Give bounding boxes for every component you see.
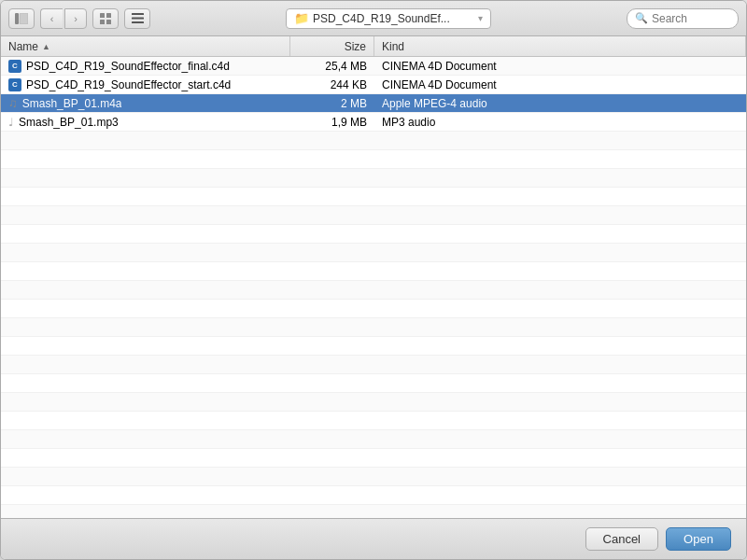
svg-rect-5 (106, 20, 111, 24)
empty-row (1, 430, 746, 449)
file-kind-cell: CINEMA 4D Document (374, 78, 746, 91)
empty-name-cell (1, 321, 290, 334)
empty-row (1, 150, 746, 169)
c4d-file-icon: C (8, 60, 21, 73)
empty-row (1, 188, 746, 206)
sidebar-toggle-button[interactable] (8, 8, 35, 29)
empty-name-cell (1, 340, 290, 353)
svg-rect-6 (132, 13, 144, 15)
svg-rect-1 (20, 13, 28, 24)
cancel-button[interactable]: Cancel (585, 527, 658, 551)
empty-name-cell (1, 134, 290, 147)
search-input[interactable] (652, 12, 726, 25)
back-button[interactable]: ‹ (40, 8, 63, 29)
column-kind-header[interactable]: Kind (374, 36, 746, 56)
file-name: Smash_BP_01.mp3 (19, 116, 119, 129)
path-text: PSD_C4D_R19_SoundEf... (313, 12, 474, 25)
file-kind-cell: Apple MPEG-4 audio (374, 97, 746, 110)
empty-name-cell (1, 190, 290, 203)
empty-row (1, 374, 746, 393)
empty-row (1, 262, 746, 281)
empty-row (1, 169, 746, 188)
svg-rect-7 (132, 18, 144, 20)
empty-name-cell (1, 284, 290, 297)
empty-row (1, 300, 746, 318)
nav-buttons: ‹ › (40, 8, 87, 29)
file-size-cell: 25,4 MB (290, 60, 374, 73)
empty-name-cell (1, 452, 290, 465)
file-size-cell: 244 KB (290, 78, 374, 91)
empty-row (1, 486, 746, 505)
empty-row (1, 505, 746, 518)
bottom-bar: Cancel Open (1, 518, 746, 559)
empty-name-cell (1, 470, 290, 483)
column-headers: Name ▲ Size Kind (1, 36, 746, 57)
file-size-cell: 2 MB (290, 97, 374, 110)
empty-name-cell (1, 209, 290, 222)
file-name-cell: C PSD_C4D_R19_SoundEffector_final.c4d (1, 60, 290, 73)
empty-row (1, 356, 746, 374)
column-name-header[interactable]: Name ▲ (1, 36, 290, 56)
empty-name-cell (1, 396, 290, 409)
empty-row (1, 132, 746, 150)
empty-row (1, 206, 746, 225)
svg-rect-2 (100, 13, 105, 18)
empty-row (1, 393, 746, 412)
svg-rect-4 (100, 20, 105, 24)
table-row[interactable]: C PSD_C4D_R19_SoundEffector_start.c4d 24… (1, 76, 746, 94)
empty-name-cell (1, 172, 290, 185)
empty-name-cell (1, 228, 290, 241)
file-list: C PSD_C4D_R19_SoundEffector_final.c4d 25… (1, 57, 746, 518)
folder-icon: 📁 (294, 11, 309, 25)
file-name-cell: ♩ Smash_BP_01.mp3 (1, 116, 290, 129)
empty-row (1, 449, 746, 468)
empty-row (1, 337, 746, 356)
view-list-button[interactable] (124, 8, 150, 29)
audio-file-icon: ♫ (8, 96, 18, 110)
file-kind-cell: MP3 audio (374, 116, 746, 129)
path-bar[interactable]: 📁 PSD_C4D_R19_SoundEf... ▾ (286, 8, 491, 29)
sort-arrow-icon: ▲ (42, 42, 50, 51)
file-name-cell: ♫ Smash_BP_01.m4a (1, 96, 290, 110)
search-icon: 🔍 (635, 12, 648, 24)
forward-button[interactable]: › (64, 8, 87, 29)
empty-name-cell (1, 377, 290, 390)
empty-name-cell (1, 358, 290, 371)
empty-name-cell (1, 489, 290, 502)
empty-row (1, 244, 746, 262)
empty-name-cell (1, 246, 290, 259)
table-row[interactable]: ♫ Smash_BP_01.m4a 2 MB Apple MPEG-4 audi… (1, 94, 746, 113)
file-name: Smash_BP_01.m4a (22, 97, 122, 110)
empty-row (1, 225, 746, 244)
empty-name-cell (1, 414, 290, 427)
file-name-cell: C PSD_C4D_R19_SoundEffector_start.c4d (1, 78, 290, 91)
file-size-cell: 1,9 MB (290, 116, 374, 129)
svg-rect-8 (132, 21, 144, 23)
svg-rect-0 (15, 13, 19, 24)
empty-name-cell (1, 265, 290, 278)
c4d-file-icon: C (8, 78, 21, 91)
view-grid-button[interactable] (92, 8, 119, 29)
finder-open-dialog: ‹ › 📁 PSD_C4D_R19_SoundEf... ▾ (0, 0, 747, 560)
column-size-header[interactable]: Size (290, 36, 374, 56)
path-chevron-icon: ▾ (478, 13, 483, 23)
open-button[interactable]: Open (666, 527, 731, 551)
toolbar: ‹ › 📁 PSD_C4D_R19_SoundEf... ▾ (1, 1, 746, 36)
file-name: PSD_C4D_R19_SoundEffector_final.c4d (26, 60, 230, 73)
empty-name-cell (1, 433, 290, 446)
empty-row (1, 281, 746, 300)
audio-file-icon: ♩ (8, 116, 14, 129)
svg-rect-3 (106, 13, 111, 18)
table-row[interactable]: C PSD_C4D_R19_SoundEffector_final.c4d 25… (1, 57, 746, 76)
table-row[interactable]: ♩ Smash_BP_01.mp3 1,9 MB MP3 audio (1, 113, 746, 132)
file-name: PSD_C4D_R19_SoundEffector_start.c4d (26, 78, 231, 91)
file-kind-cell: CINEMA 4D Document (374, 60, 746, 73)
empty-row (1, 412, 746, 430)
empty-name-cell (1, 153, 290, 166)
search-box[interactable]: 🔍 (627, 8, 739, 29)
empty-row (1, 468, 746, 486)
empty-name-cell (1, 302, 290, 315)
empty-row (1, 318, 746, 337)
empty-name-cell (1, 508, 290, 519)
